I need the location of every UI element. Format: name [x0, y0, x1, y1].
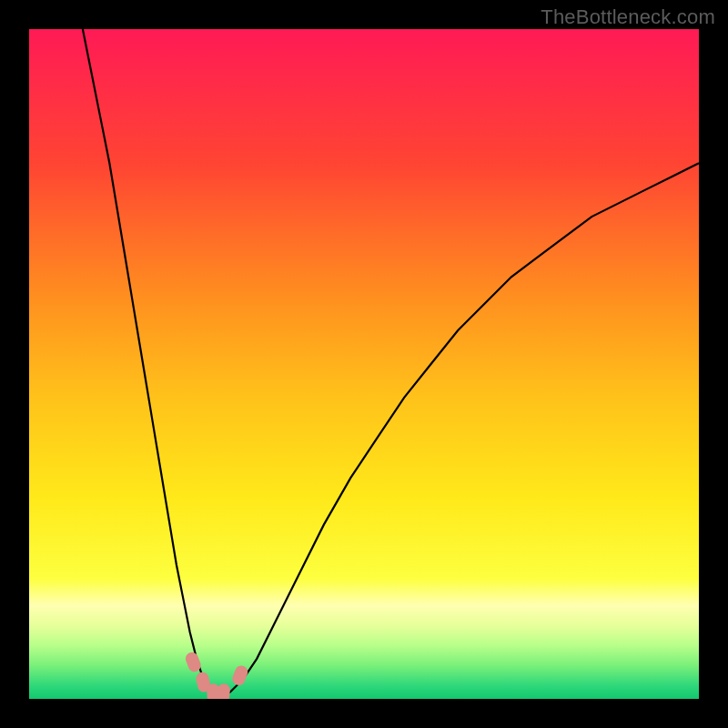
- chart-frame: TheBottleneck.com: [0, 0, 728, 728]
- gradient-background: [29, 29, 699, 699]
- watermark-text: TheBottleneck.com: [541, 5, 715, 29]
- chart-svg: [29, 29, 699, 699]
- plot-area: [29, 29, 699, 699]
